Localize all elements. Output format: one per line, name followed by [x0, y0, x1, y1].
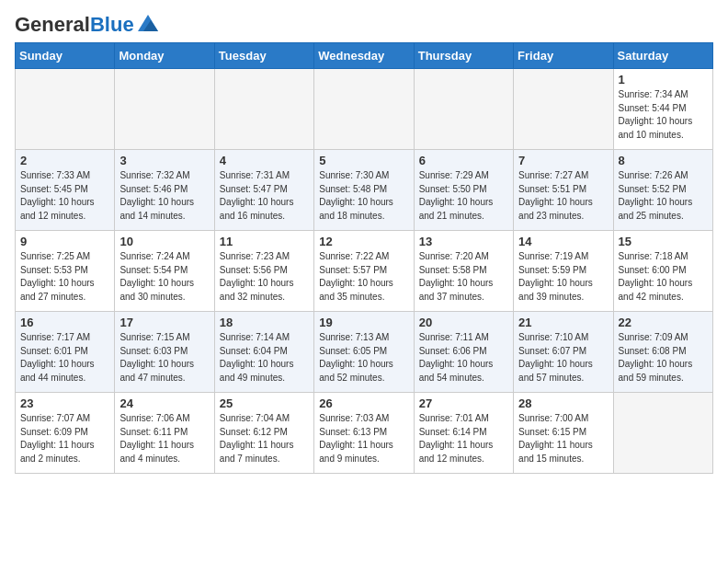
day-number: 18: [220, 316, 309, 329]
day-info: Sunrise: 7:06 AM Sunset: 6:11 PM Dayligh…: [119, 412, 209, 465]
day-number: 2: [20, 154, 109, 167]
calendar-day-16: 16Sunrise: 7:17 AM Sunset: 6:01 PM Dayli…: [16, 312, 115, 393]
day-number: 22: [619, 316, 708, 329]
day-info: Sunrise: 7:22 AM Sunset: 5:57 PM Dayligh…: [319, 250, 408, 304]
day-info: Sunrise: 7:19 AM Sunset: 5:59 PM Dayligh…: [518, 250, 608, 304]
calendar-day-27: 27Sunrise: 7:01 AM Sunset: 6:14 PM Dayli…: [414, 393, 513, 474]
calendar-day-4: 4Sunrise: 7:31 AM Sunset: 5:47 PM Daylig…: [214, 150, 313, 231]
calendar-week-2: 2Sunrise: 7:33 AM Sunset: 5:45 PM Daylig…: [16, 150, 713, 231]
col-header-sunday: Sunday: [16, 43, 115, 69]
day-number: 14: [518, 235, 608, 248]
day-info: Sunrise: 7:34 AM Sunset: 5:44 PM Dayligh…: [619, 88, 708, 142]
calendar-day-empty: [115, 69, 214, 150]
day-info: Sunrise: 7:09 AM Sunset: 6:08 PM Dayligh…: [619, 331, 708, 385]
day-number: 13: [419, 235, 508, 248]
day-info: Sunrise: 7:20 AM Sunset: 5:58 PM Dayligh…: [419, 250, 508, 304]
day-number: 24: [119, 396, 209, 410]
day-info: Sunrise: 7:24 AM Sunset: 5:54 PM Dayligh…: [119, 250, 209, 304]
col-header-wednesday: Wednesday: [314, 43, 414, 69]
day-info: Sunrise: 7:07 AM Sunset: 6:09 PM Dayligh…: [20, 412, 109, 465]
day-info: Sunrise: 7:03 AM Sunset: 6:13 PM Dayligh…: [319, 412, 408, 465]
day-number: 21: [518, 316, 608, 329]
day-info: Sunrise: 7:18 AM Sunset: 6:00 PM Dayligh…: [619, 250, 708, 304]
day-info: Sunrise: 7:14 AM Sunset: 6:04 PM Dayligh…: [220, 331, 309, 385]
day-info: Sunrise: 7:32 AM Sunset: 5:46 PM Dayligh…: [119, 169, 209, 223]
col-header-thursday: Thursday: [414, 43, 513, 69]
calendar-day-12: 12Sunrise: 7:22 AM Sunset: 5:57 PM Dayli…: [314, 231, 414, 312]
day-info: Sunrise: 7:25 AM Sunset: 5:53 PM Dayligh…: [20, 250, 109, 304]
day-number: 6: [419, 154, 508, 167]
calendar-day-7: 7Sunrise: 7:27 AM Sunset: 5:51 PM Daylig…: [514, 150, 613, 231]
day-info: Sunrise: 7:29 AM Sunset: 5:50 PM Dayligh…: [419, 169, 508, 223]
day-number: 9: [20, 235, 109, 248]
calendar-day-empty: [314, 69, 414, 150]
day-number: 27: [419, 396, 508, 410]
day-number: 11: [220, 235, 309, 248]
day-info: Sunrise: 7:31 AM Sunset: 5:47 PM Dayligh…: [220, 169, 309, 223]
logo-general: General: [15, 13, 90, 36]
day-info: Sunrise: 7:15 AM Sunset: 6:03 PM Dayligh…: [119, 331, 209, 385]
calendar-day-empty: [514, 69, 613, 150]
day-info: Sunrise: 7:30 AM Sunset: 5:48 PM Dayligh…: [319, 169, 408, 223]
calendar-day-empty: [613, 393, 712, 474]
day-info: Sunrise: 7:00 AM Sunset: 6:15 PM Dayligh…: [518, 412, 608, 465]
calendar-day-11: 11Sunrise: 7:23 AM Sunset: 5:56 PM Dayli…: [214, 231, 313, 312]
logo: GeneralBlue: [15, 15, 158, 35]
calendar-day-21: 21Sunrise: 7:10 AM Sunset: 6:07 PM Dayli…: [514, 312, 613, 393]
col-header-friday: Friday: [514, 43, 613, 69]
calendar-day-18: 18Sunrise: 7:14 AM Sunset: 6:04 PM Dayli…: [214, 312, 313, 393]
day-number: 12: [319, 235, 408, 248]
calendar-day-13: 13Sunrise: 7:20 AM Sunset: 5:58 PM Dayli…: [414, 231, 513, 312]
day-number: 17: [119, 316, 209, 329]
day-number: 10: [119, 235, 209, 248]
day-info: Sunrise: 7:33 AM Sunset: 5:45 PM Dayligh…: [20, 169, 109, 223]
calendar-day-28: 28Sunrise: 7:00 AM Sunset: 6:15 PM Dayli…: [514, 393, 613, 474]
calendar-day-8: 8Sunrise: 7:26 AM Sunset: 5:52 PM Daylig…: [613, 150, 712, 231]
day-info: Sunrise: 7:13 AM Sunset: 6:05 PM Dayligh…: [319, 331, 408, 385]
day-number: 28: [518, 396, 608, 410]
calendar-day-23: 23Sunrise: 7:07 AM Sunset: 6:09 PM Dayli…: [16, 393, 115, 474]
day-number: 23: [20, 396, 109, 410]
calendar-day-15: 15Sunrise: 7:18 AM Sunset: 6:00 PM Dayli…: [613, 231, 712, 312]
day-info: Sunrise: 7:04 AM Sunset: 6:12 PM Dayligh…: [220, 412, 309, 465]
calendar: SundayMondayTuesdayWednesdayThursdayFrid…: [15, 42, 713, 474]
day-number: 25: [220, 396, 309, 410]
day-info: Sunrise: 7:17 AM Sunset: 6:01 PM Dayligh…: [20, 331, 109, 385]
day-number: 20: [419, 316, 508, 329]
day-info: Sunrise: 7:23 AM Sunset: 5:56 PM Dayligh…: [220, 250, 309, 304]
day-number: 3: [119, 154, 209, 167]
calendar-day-1: 1Sunrise: 7:34 AM Sunset: 5:44 PM Daylig…: [613, 69, 712, 150]
day-number: 26: [319, 396, 408, 410]
logo-blue: Blue: [90, 13, 134, 36]
day-number: 15: [619, 235, 708, 248]
page-header: GeneralBlue: [15, 15, 713, 35]
calendar-week-4: 16Sunrise: 7:17 AM Sunset: 6:01 PM Dayli…: [16, 312, 713, 393]
calendar-day-20: 20Sunrise: 7:11 AM Sunset: 6:06 PM Dayli…: [414, 312, 513, 393]
day-number: 19: [319, 316, 408, 329]
day-info: Sunrise: 7:01 AM Sunset: 6:14 PM Dayligh…: [419, 412, 508, 465]
calendar-day-empty: [414, 69, 513, 150]
calendar-day-empty: [16, 69, 115, 150]
day-number: 5: [319, 154, 408, 167]
calendar-day-empty: [214, 69, 313, 150]
calendar-day-22: 22Sunrise: 7:09 AM Sunset: 6:08 PM Dayli…: [613, 312, 712, 393]
col-header-monday: Monday: [115, 43, 214, 69]
calendar-day-24: 24Sunrise: 7:06 AM Sunset: 6:11 PM Dayli…: [115, 393, 214, 474]
calendar-day-3: 3Sunrise: 7:32 AM Sunset: 5:46 PM Daylig…: [115, 150, 214, 231]
day-number: 7: [518, 154, 608, 167]
day-info: Sunrise: 7:26 AM Sunset: 5:52 PM Dayligh…: [619, 169, 708, 223]
day-info: Sunrise: 7:10 AM Sunset: 6:07 PM Dayligh…: [518, 331, 608, 385]
day-number: 8: [619, 154, 708, 167]
calendar-day-14: 14Sunrise: 7:19 AM Sunset: 5:59 PM Dayli…: [514, 231, 613, 312]
calendar-day-9: 9Sunrise: 7:25 AM Sunset: 5:53 PM Daylig…: [16, 231, 115, 312]
calendar-day-25: 25Sunrise: 7:04 AM Sunset: 6:12 PM Dayli…: [214, 393, 313, 474]
calendar-day-19: 19Sunrise: 7:13 AM Sunset: 6:05 PM Dayli…: [314, 312, 414, 393]
calendar-week-3: 9Sunrise: 7:25 AM Sunset: 5:53 PM Daylig…: [16, 231, 713, 312]
calendar-day-17: 17Sunrise: 7:15 AM Sunset: 6:03 PM Dayli…: [115, 312, 214, 393]
col-header-saturday: Saturday: [613, 43, 712, 69]
calendar-week-5: 23Sunrise: 7:07 AM Sunset: 6:09 PM Dayli…: [16, 393, 713, 474]
day-number: 16: [20, 316, 109, 329]
calendar-week-1: 1Sunrise: 7:34 AM Sunset: 5:44 PM Daylig…: [16, 69, 713, 150]
calendar-day-26: 26Sunrise: 7:03 AM Sunset: 6:13 PM Dayli…: [314, 393, 414, 474]
day-number: 4: [220, 154, 309, 167]
